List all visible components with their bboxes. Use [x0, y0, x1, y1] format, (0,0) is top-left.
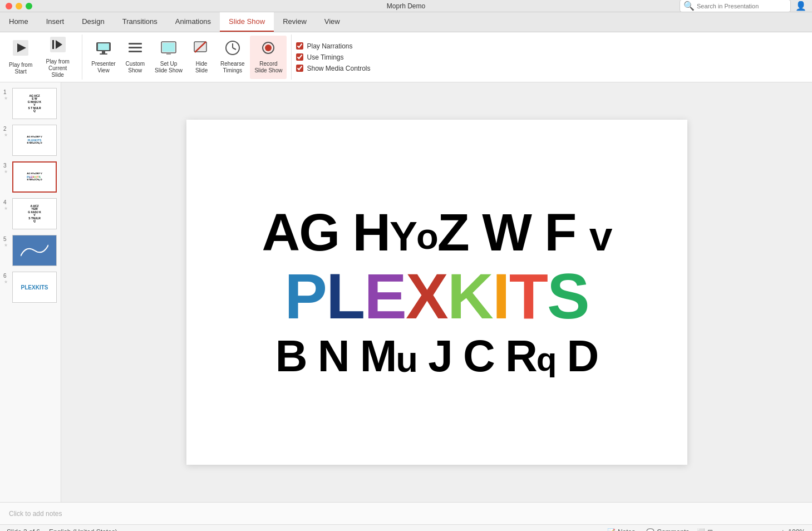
play-from-start-button[interactable]: Play fromStart [4, 36, 37, 79]
tab-transitions[interactable]: Transitions [114, 12, 166, 32]
comments-icon: 💬 [646, 528, 654, 532]
show-media-controls-label: Show Media Controls [307, 65, 370, 72]
use-timings-check[interactable]: Use Timings [296, 53, 370, 61]
search-box[interactable]: 🔍 [680, 0, 791, 12]
window-controls[interactable] [6, 3, 32, 9]
slide-number-6: 6 [3, 273, 10, 279]
comments-label: Comments [657, 528, 689, 532]
record-icon [260, 40, 276, 58]
slide-thumb-3[interactable]: 3 ★ AG HYoZWF V PLEXKITS B NMuJCRq D [2, 160, 58, 194]
slide-thumbnail-6[interactable]: PLEXKITS [12, 272, 57, 303]
slide-thumbnail-3[interactable]: AG HYoZWF V PLEXKITS B NMuJCRq D [12, 161, 57, 193]
slide-line1: AG HYoZ W F v [262, 206, 612, 259]
set-up-slide-show-button[interactable]: Set UpSlide Show [150, 36, 187, 79]
show-media-controls-checkbox[interactable] [296, 65, 303, 72]
record-slide-show-label: RecordSlide Show [254, 61, 282, 74]
ribbon: Play fromStart Play fromCurrent Slide Pr… [0, 32, 812, 82]
titlebar: Moprh Demo 🔍 👤 [0, 0, 812, 12]
svg-rect-11 [129, 51, 142, 52]
zoom-out-icon[interactable]: − [726, 528, 730, 532]
svg-point-21 [265, 45, 272, 51]
slide-thumb-2[interactable]: 2 ★ AG HYoZWF V PLEXKITS B NMuJCRq D [2, 124, 58, 157]
slide-number-3: 3 [3, 163, 10, 169]
slide-number-4: 4 [3, 199, 10, 205]
rehearse-icon [225, 40, 240, 58]
search-input[interactable] [697, 3, 787, 9]
svg-line-19 [233, 48, 236, 50]
tab-review[interactable]: Review [274, 12, 316, 32]
notes-area[interactable]: Click to add notes [0, 502, 812, 524]
play-narrations-label: Play Narrations [307, 42, 352, 50]
play-narrations-check[interactable]: Play Narrations [296, 42, 370, 50]
record-slide-show-button[interactable]: RecordSlide Show [250, 36, 287, 79]
slide-plexkits: PLEXKITS [284, 264, 588, 328]
zoom-level: 100% [788, 528, 805, 532]
slide-canvas: AG HYoZ W F v PLEXKITS B N Mu J C Rq D [61, 82, 812, 502]
slide-star-2: ★ [4, 132, 9, 137]
view-icons: ⬜ ⊞ ▭ [697, 528, 721, 532]
notes-button[interactable]: 📝 Notes [604, 527, 638, 532]
account-icon[interactable]: 👤 [795, 1, 806, 11]
slide-thumb-6[interactable]: 6 ★ PLEXKITS [2, 271, 58, 304]
slide-star-1: ★ [4, 96, 9, 101]
slide-star-5: ★ [4, 243, 9, 248]
slide-line3: B N Mu J C Rq D [275, 334, 598, 378]
minimize-button[interactable] [16, 3, 22, 9]
slide-thumb-4[interactable]: 4 ★ A HCZYEW G XADJ KV S TNULRQ [2, 197, 58, 230]
reading-view-icon[interactable]: ▭ [715, 528, 721, 532]
svg-rect-10 [129, 47, 142, 48]
slide-number-5: 5 [3, 236, 10, 242]
hide-slide-label: HideSlide [195, 61, 208, 74]
slide-panel[interactable]: 1 ★ AG HCZE W G MADJ KV S T NULRQ 2 ★ AG… [0, 82, 61, 502]
tab-view[interactable]: View [316, 12, 349, 32]
statusbar-right: 📝 Notes 💬 Comments ⬜ ⊞ ▭ − + 100% [604, 527, 805, 532]
play-narrations-checkbox[interactable] [296, 42, 303, 50]
notes-label: Notes [618, 528, 635, 532]
slide-thumbnail-1[interactable]: AG HCZE W G MADJ KV S T NULRQ [12, 88, 57, 119]
titlebar-right: 🔍 👤 [680, 0, 806, 12]
svg-rect-13 [163, 43, 175, 52]
rehearse-timings-label: RehearseTimings [220, 61, 244, 74]
tab-home[interactable]: Home [0, 12, 37, 32]
rehearse-timings-button[interactable]: RehearseTimings [216, 36, 249, 79]
svg-rect-9 [129, 43, 142, 45]
comments-button[interactable]: 💬 Comments [643, 527, 692, 532]
slide-thumb-1[interactable]: 1 ★ AG HCZE W G MADJ KV S T NULRQ [2, 87, 58, 120]
tab-animations[interactable]: Animations [166, 12, 220, 32]
language-info: English (United States) [49, 528, 117, 532]
ribbon-group-checks: Play Narrations Use Timings Show Media C… [292, 35, 375, 80]
normal-view-icon[interactable]: ⬜ [697, 528, 705, 532]
play-current-slide-button[interactable]: Play fromCurrent Slide [38, 36, 77, 79]
slide-content[interactable]: AG HYoZ W F v PLEXKITS B N Mu J C Rq D [186, 120, 687, 465]
tab-design[interactable]: Design [73, 12, 113, 32]
slide-thumbnail-5[interactable] [12, 235, 57, 266]
play-from-start-label: Play fromStart [9, 62, 32, 75]
use-timings-label: Use Timings [307, 53, 343, 61]
use-timings-checkbox[interactable] [296, 53, 303, 61]
notes-placeholder: Click to add notes [9, 510, 62, 518]
slide-thumbnail-2[interactable]: AG HYoZWF V PLEXKITS B NMuJCRq D [12, 125, 57, 156]
slide-star-4: ★ [4, 206, 9, 211]
show-media-controls-check[interactable]: Show Media Controls [296, 65, 370, 72]
zoom-in-icon[interactable]: + [781, 528, 785, 532]
custom-show-button[interactable]: CustomShow [121, 36, 149, 79]
close-button[interactable] [6, 3, 12, 9]
setup-icon [161, 40, 176, 58]
maximize-button[interactable] [26, 3, 32, 9]
custom-show-label: CustomShow [126, 61, 145, 74]
slide-thumb-5[interactable]: 5 ★ [2, 234, 58, 267]
grid-view-icon[interactable]: ⊞ [707, 528, 713, 532]
slide-thumbnail-4[interactable]: A HCZYEW G XADJ KV S TNULRQ [12, 198, 57, 229]
hide-slide-button[interactable]: HideSlide [188, 36, 215, 79]
tab-slideshow[interactable]: Slide Show [220, 12, 274, 32]
slide-star-6: ★ [4, 279, 9, 284]
play-current-icon [49, 36, 67, 56]
ribbon-group-setup: PresenterView CustomShow Set UpSlide Sho… [82, 35, 292, 80]
svg-rect-6 [98, 43, 109, 50]
main-area: 1 ★ AG HCZE W G MADJ KV S T NULRQ 2 ★ AG… [0, 82, 812, 502]
slide-number-2: 2 [3, 126, 10, 132]
presenter-view-button[interactable]: PresenterView [87, 36, 120, 79]
tab-insert[interactable]: Insert [37, 12, 73, 32]
notes-icon: 📝 [607, 528, 616, 532]
tabbar: Home Insert Design Transitions Animation… [0, 12, 812, 32]
